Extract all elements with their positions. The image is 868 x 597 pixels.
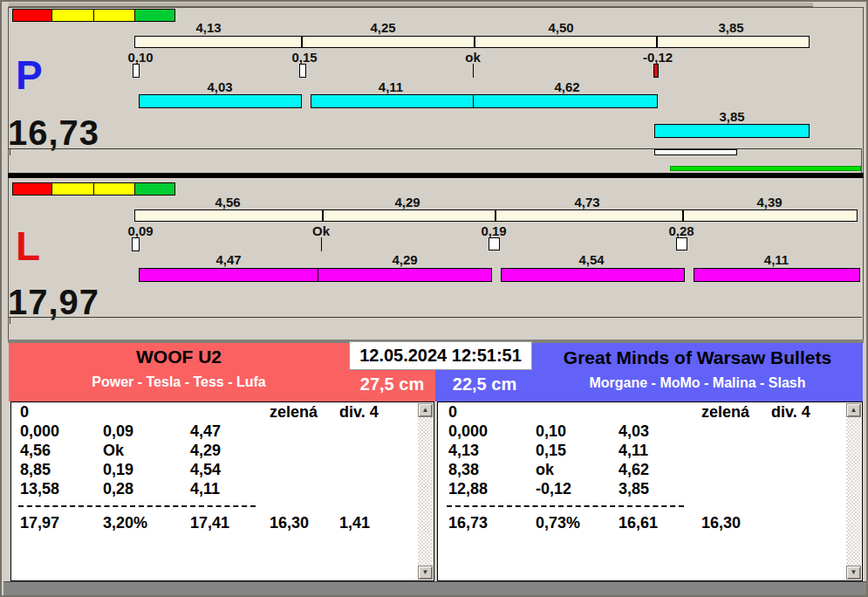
start-tick-ok <box>473 64 474 78</box>
table-cell: 0,19 <box>103 461 133 479</box>
table-separator <box>447 505 684 507</box>
total-cell: 17,97 <box>20 514 59 532</box>
team-left-members: Power - Tesla - Tess - Lufa <box>9 374 349 390</box>
table-cell: 4,11 <box>190 480 220 498</box>
run-bar-l2 <box>318 268 492 282</box>
start-tick-fault <box>653 64 659 78</box>
start-mark-label: -0,12 <box>614 50 701 65</box>
table-cell: 4,29 <box>190 442 221 460</box>
scroll-down-button[interactable]: ▼ <box>846 566 861 580</box>
run-time-label: 4,54 <box>539 252 644 267</box>
results-list-left[interactable]: 0 zelená div. 4 0,000 0,09 4,47 4,56 Ok … <box>10 401 434 581</box>
total-cell: 0,73% <box>536 514 580 532</box>
run-time-label: 4,03 <box>167 79 272 94</box>
start-tick-ok <box>321 237 322 251</box>
total-cell: 16,30 <box>701 514 741 532</box>
team-right-name: Great Minds of Warsaw Bullets <box>532 347 863 368</box>
run-time-label: 4,11 <box>338 79 443 94</box>
run-time-label: 4,29 <box>352 252 457 267</box>
total-cell: 16,73 <box>448 514 488 532</box>
run-bar-l3 <box>501 268 685 282</box>
start-tick <box>299 64 306 78</box>
split-label: 4,56 <box>175 195 280 209</box>
ruler-divider <box>301 37 303 47</box>
scrollbar-left-table[interactable]: ▲ ▼ <box>418 403 433 580</box>
table-cell: 0,10 <box>536 422 566 441</box>
start-mark-label: 0,09 <box>97 223 184 238</box>
start-tick <box>489 237 500 250</box>
split-ruler-l <box>134 209 858 222</box>
table-cell: zelená <box>270 403 318 422</box>
current-run-label: 3,85 <box>680 109 784 124</box>
scroll-down-button[interactable]: ▼ <box>418 566 433 580</box>
table-cell: 4,62 <box>619 461 649 479</box>
run-bar-p1 <box>139 94 302 108</box>
scrollbar-right-table[interactable]: ▲ ▼ <box>846 403 861 580</box>
baseline-tick <box>10 317 10 324</box>
status-light-yellow2 <box>93 9 135 22</box>
table-cell: 0,000 <box>20 422 59 441</box>
table-cell: Ok <box>103 442 124 460</box>
status-light-green <box>134 182 175 196</box>
table-cell: 13,58 <box>20 480 59 498</box>
start-mark-label: Ok <box>277 223 365 238</box>
lane-p-total: 16,73 <box>8 115 99 150</box>
table-cell: -0,12 <box>536 480 571 498</box>
status-light-red <box>12 9 52 22</box>
total-cell: 16,61 <box>619 514 658 532</box>
arrow-up-icon: ▲ <box>422 406 429 414</box>
baseline-tick <box>10 148 10 155</box>
total-cell: 1,41 <box>339 514 370 532</box>
table-cell: 8,85 <box>20 461 51 479</box>
split-label: 4,39 <box>717 195 822 209</box>
ruler-divider <box>656 37 658 47</box>
progress-bar-green <box>670 166 861 171</box>
table-cell: 4,54 <box>190 461 221 479</box>
jump-height-left: 27,5 cm <box>349 372 435 396</box>
lane-p-letter: P <box>16 56 43 94</box>
ruler-divider <box>682 210 684 221</box>
run-bar-l4 <box>694 268 860 282</box>
results-list-right[interactable]: 0 zelená div. 4 0,000 0,10 4,03 4,13 0,1… <box>437 401 863 581</box>
timing-app-window: 4,13 4,25 4,50 3,85 0,10 0,15 ok -0,12 4… <box>0 0 868 597</box>
table-cell: 0 <box>448 403 457 422</box>
split-label: 4,50 <box>509 20 613 35</box>
start-tick <box>132 237 140 251</box>
table-cell: 4,13 <box>448 442 479 460</box>
start-mark-label: 0,28 <box>638 223 725 238</box>
table-cell: 3,85 <box>619 480 649 498</box>
split-label: 4,13 <box>156 20 261 35</box>
table-cell: 0,28 <box>103 480 133 498</box>
ruler-divider <box>474 37 475 47</box>
run-time-label: 4,47 <box>176 252 281 267</box>
start-mark-label: ok <box>429 50 516 65</box>
scroll-up-button[interactable]: ▲ <box>418 403 433 417</box>
table-cell: 0,000 <box>448 422 488 441</box>
arrow-up-icon: ▲ <box>851 406 858 414</box>
run-bar-p3 <box>473 94 658 108</box>
start-tick <box>676 237 687 250</box>
table-cell: 0 <box>20 403 29 422</box>
clock-display: 12.05.2024 12:51:51 <box>349 341 532 370</box>
lane-divider <box>8 173 864 178</box>
status-bar <box>3 581 868 597</box>
start-mark-label: 0,10 <box>97 50 184 65</box>
team-right-members: Morgane - MoMo - Malina - Slash <box>532 375 863 391</box>
run-bar-p4 <box>654 124 810 138</box>
status-light-yellow2 <box>93 182 135 196</box>
table-cell: 4,47 <box>190 422 221 441</box>
progress-marker-white <box>654 149 737 155</box>
split-label: 4,25 <box>331 20 435 35</box>
split-label: 4,29 <box>355 195 460 209</box>
split-ruler-p <box>134 36 810 48</box>
table-cell: 0,15 <box>536 442 566 460</box>
total-cell: 17,41 <box>190 514 229 532</box>
total-cell: 16,30 <box>270 514 309 532</box>
table-cell: 4,03 <box>619 422 649 441</box>
lane-l-letter: L <box>16 227 40 265</box>
scroll-up-button[interactable]: ▲ <box>846 403 861 417</box>
table-cell: zelená <box>701 403 749 422</box>
status-light-yellow1 <box>51 182 94 196</box>
ruler-divider <box>495 210 496 221</box>
table-cell: 4,11 <box>619 442 648 460</box>
